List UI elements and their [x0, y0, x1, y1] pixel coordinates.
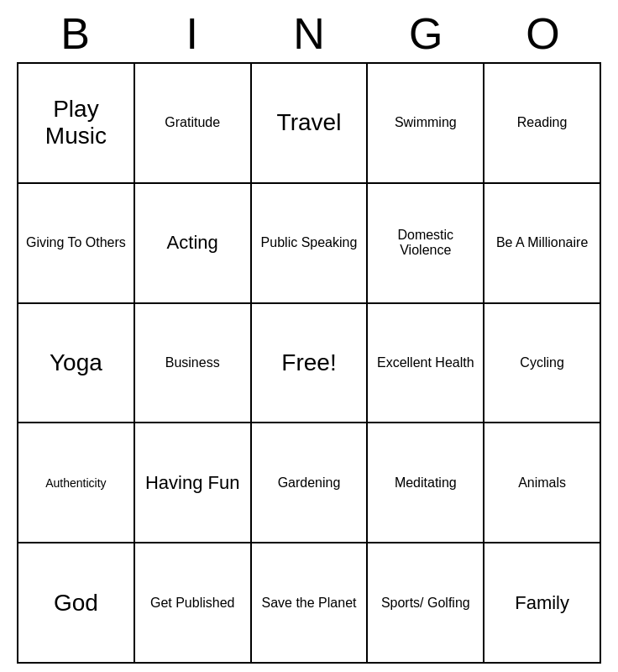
bingo-letter-b: B	[17, 8, 134, 59]
bingo-letter-o: O	[484, 8, 601, 59]
bingo-letter-n: N	[250, 8, 367, 59]
cell-r2-c4: Cycling	[484, 303, 600, 423]
cell-r3-c1: Having Fun	[134, 423, 251, 543]
cell-r1-c1: Acting	[134, 183, 251, 303]
cell-r2-c2: Free!	[251, 303, 368, 423]
bingo-letter-i: I	[134, 8, 250, 59]
cell-r3-c4: Animals	[484, 423, 600, 543]
cell-r1-c4: Be A Millionaire	[484, 183, 600, 303]
cell-r4-c3: Sports/ Golfing	[367, 543, 484, 663]
bingo-letter-g: G	[368, 8, 484, 59]
cell-r3-c3: Meditating	[367, 423, 484, 543]
cell-r1-c0: Giving To Others	[18, 183, 134, 303]
cell-r3-c0: Authenticity	[18, 423, 134, 543]
cell-r2-c0: Yoga	[18, 303, 134, 423]
cell-r3-c2: Gardening	[251, 423, 368, 543]
bingo-grid: Play MusicGratitudeTravelSwimmingReading…	[17, 62, 601, 664]
cell-r2-c3: Excellent Health	[367, 303, 484, 423]
cell-r0-c2: Travel	[251, 63, 368, 183]
cell-r1-c2: Public Speaking	[251, 183, 368, 303]
bingo-header: BINGO	[17, 8, 601, 59]
cell-r2-c1: Business	[134, 303, 251, 423]
cell-r4-c2: Save the Planet	[251, 543, 368, 663]
cell-r4-c1: Get Published	[134, 543, 251, 663]
cell-r4-c4: Family	[484, 543, 600, 663]
cell-r0-c3: Swimming	[367, 63, 484, 183]
cell-r0-c1: Gratitude	[134, 63, 251, 183]
cell-r4-c0: God	[18, 543, 134, 663]
cell-r0-c4: Reading	[484, 63, 600, 183]
cell-r1-c3: Domestic Violence	[367, 183, 484, 303]
cell-r0-c0: Play Music	[18, 63, 134, 183]
